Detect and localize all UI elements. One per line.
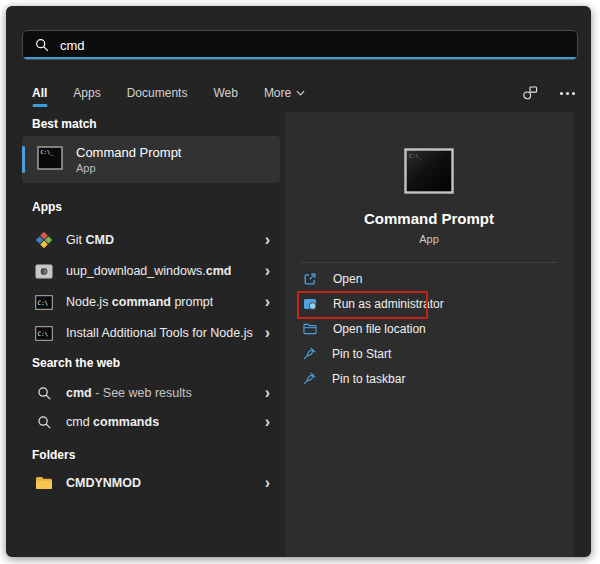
chevron-right-icon[interactable]: › [265, 325, 270, 341]
best-match-result[interactable]: C:\_ Command Prompt App [22, 136, 280, 183]
action-list: Open Run as administrator Open file loca… [285, 266, 573, 391]
folder-icon [34, 476, 54, 490]
best-match-subtitle: App [76, 162, 181, 174]
action-open[interactable]: Open [285, 266, 573, 291]
search-query-text: cmd [60, 38, 85, 53]
chevron-right-icon[interactable]: › [265, 232, 270, 248]
tab-more[interactable]: More [264, 86, 305, 100]
chevron-right-icon[interactable]: › [265, 414, 270, 430]
panel-divider [301, 262, 557, 263]
svg-text:C:\: C:\ [37, 329, 48, 336]
search-input[interactable]: cmd [22, 30, 578, 60]
tab-apps[interactable]: Apps [73, 86, 100, 100]
section-header-best-match: Best match [32, 117, 97, 131]
command-prompt-icon: C:\ [34, 326, 54, 341]
pin-icon [303, 347, 316, 360]
section-header-folders: Folders [32, 448, 75, 462]
tab-web[interactable]: Web [213, 86, 237, 100]
result-cmd-see-web-results[interactable]: cmd - See web results › [22, 378, 280, 408]
command-prompt-icon: C:\ [34, 295, 54, 310]
open-file-location-icon [303, 323, 317, 335]
section-header-search-the-web: Search the web [32, 356, 120, 370]
tab-documents[interactable]: Documents [127, 86, 188, 100]
filter-tabs: All Apps Documents Web More [32, 80, 575, 106]
action-pin-to-taskbar[interactable]: Pin to taskbar [285, 366, 573, 391]
search-icon [35, 38, 49, 52]
chevron-down-icon [296, 90, 305, 96]
preview-subtitle: App [285, 233, 573, 245]
svg-text:C:\: C:\ [37, 298, 48, 305]
command-prompt-icon: C:\_ [37, 146, 63, 174]
result-uup-download-windows-cmd[interactable]: uup_download_windows.cmd › [22, 256, 280, 286]
chevron-right-icon[interactable]: › [265, 385, 270, 401]
selection-accent-bar [22, 146, 25, 173]
search-icon [34, 415, 54, 430]
result-nodejs-command-prompt[interactable]: C:\ Node.js command prompt › [22, 287, 280, 317]
result-git-cmd[interactable]: Git CMD › [22, 225, 280, 255]
section-header-apps: Apps [32, 200, 62, 214]
preview-panel: C:\_ Command Prompt App Open Run as admi… [285, 112, 573, 557]
svg-text:C:\_: C:\_ [41, 149, 55, 156]
windows-search-window: cmd All Apps Documents Web More Bes [6, 6, 591, 557]
preview-title: Command Prompt [285, 210, 573, 227]
account-icon[interactable] [522, 86, 538, 101]
tab-all[interactable]: All [32, 86, 47, 100]
search-icon [34, 386, 54, 401]
action-open-file-location[interactable]: Open file location [285, 316, 573, 341]
chevron-right-icon[interactable]: › [265, 475, 270, 491]
chevron-right-icon[interactable]: › [265, 263, 270, 279]
command-prompt-icon: C:\_ [404, 148, 454, 194]
open-icon [303, 272, 317, 286]
action-run-as-administrator[interactable]: Run as administrator [285, 291, 573, 316]
best-match-title: Command Prompt [76, 145, 181, 160]
chevron-right-icon[interactable]: › [265, 294, 270, 310]
result-cmd-commands[interactable]: cmd commands › [22, 407, 280, 437]
search-accent-underline [24, 57, 576, 59]
run-as-admin-icon [303, 297, 317, 311]
action-pin-to-start[interactable]: Pin to Start [285, 341, 573, 366]
pin-icon [303, 372, 316, 385]
result-folder-cmdynmod[interactable]: CMDYNMOD › [22, 468, 280, 498]
git-cmd-icon [34, 231, 54, 249]
more-options-icon[interactable] [560, 92, 575, 95]
batch-file-icon [34, 264, 54, 279]
screenshot-frame: cmd All Apps Documents Web More Bes [0, 0, 600, 564]
svg-text:C:\_: C:\_ [409, 153, 423, 160]
result-install-additional-tools-nodejs[interactable]: C:\ Install Additional Tools for Node.js… [22, 318, 280, 348]
